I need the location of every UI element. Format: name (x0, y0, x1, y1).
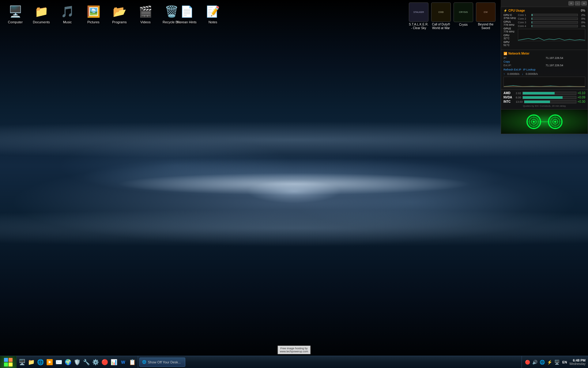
language-indicator[interactable]: EN (561, 360, 568, 364)
quicklaunch-extra1[interactable]: ⚙️ (91, 358, 100, 366)
extip-label: Ext.IP: (503, 64, 543, 67)
svg-text:STALKER: STALKER (413, 10, 424, 13)
quicklaunch-explorer[interactable]: 📁 (27, 358, 36, 366)
icon-img-computer: 🖥️ (8, 4, 23, 19)
desktop-game-icons: STALKER S.T.A.L.K.E.R. - Clear Sky COD C… (405, 0, 499, 33)
desktop-icon-korean[interactable]: 📄 Korean Hints (175, 2, 199, 26)
gpu-coils-svg (520, 111, 569, 132)
icon-label-documents: Documents (33, 20, 50, 24)
game-icon-crysis[interactable]: CRYSIS Crysis (453, 2, 474, 30)
ip-value: 71.197.226.54 (546, 56, 586, 59)
icon-img-music: 🎵 (60, 4, 75, 19)
stock-widget: AMD 2.02 +0.10 NVDA 8.00 +0.09 INTC 13.0… (501, 90, 588, 109)
copy-label[interactable]: Copy (503, 60, 543, 63)
systray-power[interactable]: ⚡ (546, 359, 552, 365)
systray-volume[interactable]: 🔊 (532, 359, 538, 365)
cpu-temp-label: CPU (503, 34, 516, 37)
stock-price-intc: 13.03 (516, 100, 523, 103)
cpu-widget-title: ⚡ CPU Usage 0% (503, 9, 585, 12)
cpu1-val: 778 MHz (503, 23, 516, 26)
quicklaunch-ie[interactable]: 🌐 (36, 358, 45, 366)
icon-img-notes: 📝 (205, 4, 220, 19)
quicklaunch-email[interactable]: ✉️ (55, 358, 63, 366)
quicklaunch-icon-ie: 🌐 (37, 359, 44, 366)
quicklaunch-word[interactable]: W (119, 358, 127, 366)
desktop-icon-videos[interactable]: 🎬 Videos (133, 2, 158, 26)
quicklaunch-icon-extra1: ⚙️ (92, 359, 99, 366)
stock-bar-intc (524, 100, 576, 103)
stock-change-intc: +0.30 (578, 100, 585, 103)
icon-img-documents: 📁 (34, 4, 49, 19)
icon-label-programs: Programs (112, 20, 127, 24)
quicklaunch-icon-explorer: 📁 (28, 359, 35, 366)
cpu-bar-core-1: Core 1 2% (518, 13, 585, 17)
quicklaunch-extra4[interactable]: 📋 (128, 358, 137, 366)
stock-change-amd: +0.10 (578, 91, 585, 95)
quicklaunch-browser[interactable]: 🌍 (64, 358, 72, 366)
quicklaunch-security[interactable]: 🛡️ (73, 358, 81, 366)
quicklaunch-show-desktop[interactable]: 🖥️ (18, 358, 26, 366)
cpu-bar-core-3: Core 3 0% (518, 21, 585, 24)
desktop-icon-notes[interactable]: 📝 Notes (201, 2, 225, 26)
cpu-bar-core-2: Core 2 0% (518, 17, 585, 20)
start-button[interactable] (0, 356, 17, 368)
svg-rect-25 (9, 362, 13, 366)
network-widget: 📶 Network Meter IP: 71.197.226.54 Copy E… (501, 50, 588, 90)
game-icon-stalker[interactable]: STALKER S.T.A.L.K.E.R. - Clear Sky (408, 2, 429, 30)
game-icon-img-cod: COD (431, 2, 451, 22)
active-task-ie[interactable]: 🌐 Show Off Your Desk... (139, 358, 185, 367)
watermark: Free image hosting by www.techpowerup.co… (278, 346, 311, 354)
quicklaunch-icon-security: 🛡️ (74, 359, 81, 366)
desktop-icon-computer[interactable]: 🖥️ Computer (3, 2, 28, 26)
watermark-line1: Free image hosting by (280, 347, 308, 350)
quicklaunch-icon-tools: 🔧 (83, 359, 90, 366)
sidebar-widgets: + - × ⚡ CPU Usage 0% CPU C 3756 MHz CPU1… (501, 0, 588, 134)
quicklaunch-icon-extra3: 📊 (111, 359, 117, 366)
icon-label-music: Music (63, 20, 72, 24)
icon-label-computer: Computer (8, 20, 23, 24)
quicklaunch-icon-word: W (121, 360, 125, 365)
watermark-line2: www.techpowerup.com (280, 350, 308, 353)
game-icon-label-civ: Beyond the Sword (475, 23, 496, 30)
svg-text:CRYSIS: CRYSIS (459, 11, 468, 13)
quicklaunch-tools[interactable]: 🔧 (82, 358, 91, 366)
icon-label-korean: Korean Hints (177, 20, 197, 24)
game-cover-stalker: STALKER (410, 3, 428, 21)
cpu1-label: CPU1 (503, 20, 516, 23)
gpu-temp-label: GPU (503, 40, 516, 44)
stock-ticker-amd: AMD (503, 91, 516, 95)
refresh-link[interactable]: Refresh Ext.IP (503, 68, 521, 71)
cpu-widget: ⚡ CPU Usage 0% CPU C 3756 MHz CPU1 778 M… (501, 7, 588, 50)
game-icon-civ[interactable]: CIV Beyond the Sword (475, 2, 496, 30)
svg-text:COD: COD (438, 10, 444, 13)
stock-row-nvda: NVDA 8.00 +0.09 (503, 96, 585, 99)
network-widget-title: 📶 Network Meter (503, 52, 585, 55)
widget-minimize-button[interactable]: - (575, 1, 580, 6)
download-label: ↓ (522, 72, 523, 75)
desktop-icon-documents[interactable]: 📁 Documents (29, 2, 54, 26)
widget-add-button[interactable]: + (568, 1, 574, 6)
stock-row-amd: AMD 2.02 +0.10 (503, 91, 585, 95)
taskbar-quicklaunch: 🖥️📁🌐▶️✉️🌍🛡️🔧⚙️🔴📊W📋 (17, 356, 138, 368)
widget-close-button[interactable]: × (581, 1, 587, 6)
svg-rect-23 (9, 358, 13, 362)
systray-display[interactable]: 🖥️ (554, 359, 560, 365)
desktop-icon-music[interactable]: 🎵 Music (55, 2, 80, 26)
lookup-link[interactable]: IP Lookup (523, 68, 535, 71)
cpu-graph (518, 29, 585, 41)
quicklaunch-extra3[interactable]: 📊 (110, 358, 118, 366)
systray-security[interactable]: 🔴 (524, 359, 530, 365)
game-icon-cod[interactable]: COD Call of Duty® World at War (431, 2, 451, 30)
clock[interactable]: 6:48 PM Wednesday (569, 358, 586, 366)
desktop-icons-middle: 📄 Korean Hints 📝 Notes (172, 0, 228, 29)
quicklaunch-media[interactable]: ▶️ (45, 358, 54, 366)
desktop-icon-programs[interactable]: 📂 Programs (107, 2, 132, 26)
quicklaunch-icon-extra2: 🔴 (101, 359, 108, 366)
systray-network[interactable]: 🌐 (539, 359, 545, 365)
game-icon-label-stalker: S.T.A.L.K.E.R. - Clear Sky (408, 23, 429, 30)
quicklaunch-icon-show-desktop: 🖥️ (19, 359, 25, 366)
stock-bar-amd (522, 92, 576, 95)
quicklaunch-extra2[interactable]: 🔴 (100, 358, 109, 366)
desktop-icon-pictures[interactable]: 🖼️ Pictures (81, 2, 106, 26)
icon-label-pictures: Pictures (87, 20, 100, 24)
